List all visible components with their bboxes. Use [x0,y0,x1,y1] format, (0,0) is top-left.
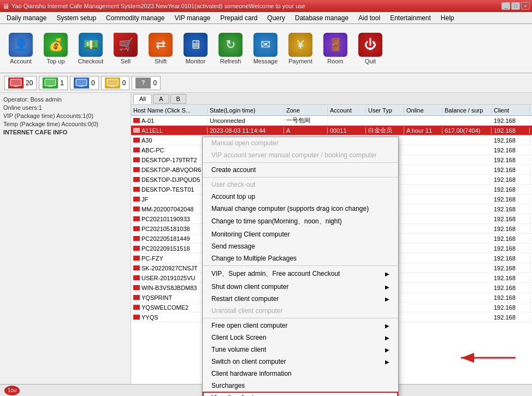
pc-status-icon [133,315,140,320]
svg-rect-7 [110,86,115,87]
pc-status-icon [133,285,140,290]
ctx-item-12[interactable]: Restart client computer▶ [203,293,398,305]
ctx-item-9[interactable]: Change to Multiple Packages [203,252,398,264]
ctx-item-11[interactable]: Shut down client computer▶ [203,281,398,293]
pc-cell-0: A-01 [131,117,208,124]
minimize-button[interactable]: _ [501,2,510,10]
ctx-submenu-arrow-15: ▶ [385,335,389,341]
ctx-item-label-15: Client Lock Screen [211,334,267,341]
th-6: Balance / surp [442,107,492,114]
pc-cell-0: YQSWELCOME2 [131,304,208,311]
operator-label: Operator: Boss admin [3,96,127,103]
ctx-item-5[interactable]: Manual change computer (supports drag ic… [203,203,398,215]
toolbar-btn-refresh[interactable]: ↻Refresh [214,27,247,70]
pc-cell-7: 192.168 [492,127,530,134]
ctx-item-label-10: VIP、Super admin、Free account Checkout [211,269,340,279]
pc-status-icon [133,118,140,123]
ctx-item-label-11: Shut down client computer [211,283,288,291]
toolbar-btn-payment[interactable]: ¥Payment [284,27,317,70]
ctx-item-8[interactable]: Send message [203,240,398,252]
menu-item-prepaid-card[interactable]: Prepaid card [216,13,262,23]
svg-rect-2 [45,79,56,86]
toolbar-label-account: Account [10,58,32,64]
toolbar-btn-monitor[interactable]: 🖥Monitor [179,27,212,70]
pc-cell-0: ABC-PC [131,147,208,153]
status-count-3: 0 [122,79,126,87]
topup-icon: 💰 [44,33,68,57]
ctx-item-10[interactable]: VIP、Super admin、Free account Checkout▶ [203,267,398,281]
ctx-item-label-20: View the client process [211,394,279,396]
toolbar-label-sell: Sell [121,58,131,64]
svg-rect-0 [10,79,21,86]
tab-a[interactable]: A [153,94,169,104]
toolbar-btn-shift[interactable]: ⇄Shift [144,27,177,70]
ctx-item-19[interactable]: Surcharges [203,380,398,392]
refresh-icon: ↻ [218,33,243,57]
status-count-0: 20 [26,79,33,87]
status-area: 20100?0 [0,73,532,93]
pc-cell-7: 192.168 [492,196,530,203]
online-users-label: Online users:1 [3,104,127,111]
toolbar-btn-room[interactable]: 🚪Room [319,27,352,70]
ctx-item-1: VIP account server manual computer / boo… [203,149,398,161]
pc-cell-4: 白金会员 [366,126,404,134]
table-row[interactable]: A-01Unconnected一号包间192.168 [131,116,532,126]
pc-cell-7: 192.168 [492,235,530,242]
menu-item-daily-manage[interactable]: Daily manage [2,13,51,23]
pc-cell-0: WIN-B3VS8JBDM83 [131,285,208,291]
menu-item-entertainment[interactable]: Entertainment [386,13,435,23]
menu-item-commodity-manage[interactable]: Commodity manage [102,13,169,23]
svg-rect-4 [76,79,87,86]
ctx-item-7[interactable]: Monitoring Client computer [203,228,398,240]
pc-cell-6: 617.00(7404) [442,127,492,134]
menu-item-help[interactable]: Help [436,13,459,23]
th-3: Account [328,107,366,114]
menu-item-system-setup[interactable]: System setup [52,13,101,23]
status-box-3: 0 [101,76,130,90]
pc-cell-0: JF [131,196,208,203]
menu-item-query[interactable]: Query [263,13,289,23]
ctx-item-label-5: Manual change computer (supports drag ic… [211,205,369,212]
pc-status-icon [133,128,140,133]
ctx-item-18[interactable]: Client hardware information [203,368,398,380]
table-header: Host Name (Click S...State(Login time)Zo… [131,105,532,116]
pc-cell-7: 192.168 [492,157,530,163]
maximize-button[interactable]: □ [511,2,520,10]
ctx-item-14[interactable]: Free open client computer▶ [203,320,398,332]
tab-b[interactable]: B [170,94,186,104]
ctx-item-16[interactable]: Tune volume client▶ [203,344,398,356]
toolbar-btn-topup[interactable]: 💰Top up [39,27,72,70]
close-button[interactable]: × [521,2,530,10]
pc-cell-7: 192.168 [492,216,530,222]
menu-item-database-manage[interactable]: Database manage [291,13,353,23]
monitor-icon: 🖥 [184,33,208,57]
ctx-item-17[interactable]: Switch on client computer▶ [203,356,398,368]
toolbar-btn-quit[interactable]: ⏻Quit [354,27,387,70]
pc-cell-0: DESKTOP-ABVQOR6 [131,167,208,173]
pc-cell-0: PC-FZY [131,255,208,262]
ctx-item-2[interactable]: Create account [203,164,398,176]
context-menu: Manual open computerVIP account server m… [202,137,399,396]
toolbar-label-refresh: Refresh [220,58,241,64]
toolbar-btn-checkout[interactable]: 💵Checkout [74,27,107,70]
pc-status-icon [133,157,140,162]
account-icon: 👤 [9,33,33,57]
tab-all[interactable]: All [133,94,152,104]
ctx-item-4[interactable]: Account top up [203,191,398,203]
toolbar-btn-message[interactable]: ✉Message [249,27,282,70]
pc-cell-7: 192.168 [492,226,530,232]
ctx-item-20[interactable]: View the client process [203,392,398,396]
pc-cell-7: 192.168 [492,294,530,301]
menu-item-vip-manage[interactable]: VIP manage [170,13,215,23]
toolbar-btn-sell[interactable]: SALE🛒Sell [109,27,142,70]
pc-status-icon [133,305,140,310]
ctx-item-15[interactable]: Client Lock Screen▶ [203,332,398,344]
pc-cell-7: 192.168 [492,206,530,212]
status-box-1: 1 [39,76,68,90]
menu-item-aid-tool[interactable]: Aid tool [354,13,385,23]
ctx-item-6[interactable]: Change to time span(Morning、noon、night) [203,215,398,228]
toolbar-btn-account[interactable]: 👤Account [4,27,37,70]
pc-status-icon [133,167,140,172]
ctx-item-label-17: Switch on client computer [211,358,286,365]
table-row[interactable]: A11ELL2023-08-03 11:14:44A00011白金会员A hou… [131,126,532,135]
